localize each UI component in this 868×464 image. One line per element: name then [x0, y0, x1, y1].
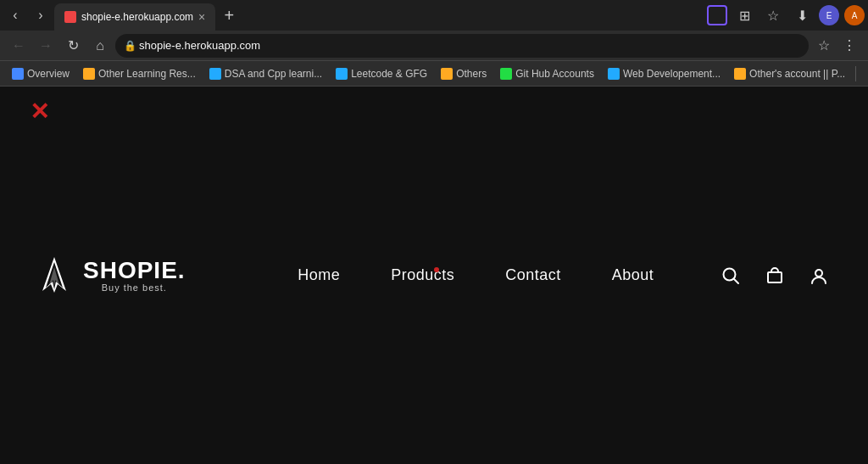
bookmark-other-lr-icon: [83, 68, 95, 80]
search-button[interactable]: [715, 260, 746, 291]
bookmark-webdev-icon: [608, 68, 620, 80]
tab-bar: ‹ › shopie-e.herokuapp.com × + ⊞ ☆ ⬇ E A: [0, 0, 868, 31]
cart-icon: [765, 266, 784, 285]
bookmark-others-label: Others: [456, 68, 487, 80]
svg-line-4: [734, 278, 739, 283]
close-icon: ✕: [30, 100, 49, 124]
tab-close-btn[interactable]: ×: [198, 10, 205, 24]
nav-contact-link[interactable]: Contact: [505, 266, 561, 284]
url-input[interactable]: [115, 34, 809, 58]
logo-svg-icon: [34, 255, 75, 296]
bookmark-star-btn[interactable]: ☆: [812, 34, 836, 58]
extensions-btn[interactable]: ⊞: [732, 3, 756, 27]
nav-home-link[interactable]: Home: [298, 266, 340, 284]
svg-point-6: [815, 270, 822, 277]
bookmark-others[interactable]: Others: [436, 66, 492, 81]
logo-title: SHOPIE.: [83, 259, 186, 282]
bookmark-others-icon: [441, 68, 453, 80]
nav-products-link[interactable]: Products: [391, 266, 454, 284]
home-button[interactable]: ⌂: [88, 34, 112, 58]
logo-area: SHOPIE. Buy the best.: [34, 255, 186, 296]
back-button[interactable]: ←: [7, 34, 31, 58]
bookmark-github-icon: [500, 68, 512, 80]
forward-button[interactable]: →: [34, 34, 58, 58]
bookmark-btn[interactable]: ☆: [761, 3, 785, 27]
page-content: ✕ SHOPIE. Buy the best. Home Products Co…: [0, 87, 868, 464]
active-tab[interactable]: shopie-e.herokuapp.com ×: [54, 3, 215, 31]
bookmark-leetcode[interactable]: Leetcode & GFG: [331, 66, 432, 81]
browser-chrome: ‹ › shopie-e.herokuapp.com × + ⊞ ☆ ⬇ E A…: [0, 0, 868, 87]
bookmark-overview-label: Overview: [27, 68, 70, 80]
url-bar-wrapper: 🔒: [115, 34, 809, 58]
bookmark-overview-icon: [12, 68, 24, 80]
bookmark-webdev[interactable]: Web Developement...: [603, 66, 726, 81]
bookmark-more[interactable]: Other bookmarks: [861, 61, 868, 87]
account-icon: [810, 266, 828, 285]
bookmark-dsa-label: DSA and Cpp learni...: [225, 68, 322, 80]
bookmark-overview[interactable]: Overview: [7, 66, 75, 81]
tab-title: shopie-e.herokuapp.com: [81, 11, 193, 23]
bookmark-others2[interactable]: Other's account || P...: [729, 66, 850, 81]
bookmarks-separator: [855, 66, 856, 81]
new-tab-btn[interactable]: +: [217, 3, 241, 27]
red-dot: [434, 267, 439, 272]
bookmark-dsa[interactable]: DSA and Cpp learni...: [204, 66, 327, 81]
tab-favicon: [64, 11, 76, 23]
address-bar: ← → ↻ ⌂ 🔒 ☆ ⋮: [0, 31, 868, 61]
bookmark-other-lr-label: Other Learning Res...: [98, 68, 196, 80]
nav-links: Home Products Contact About: [236, 266, 715, 284]
bookmark-others2-icon: [734, 68, 746, 80]
refresh-button[interactable]: ↻: [61, 34, 85, 58]
bookmark-github[interactable]: Git Hub Accounts: [495, 66, 599, 81]
bookmark-webdev-label: Web Developement...: [623, 68, 721, 80]
bookmark-dsa-icon: [209, 68, 221, 80]
bookmark-other-lr[interactable]: Other Learning Res...: [78, 66, 201, 81]
addr-right-buttons: ☆ ⋮: [812, 34, 861, 58]
navbar: SHOPIE. Buy the best. Home Products Cont…: [0, 255, 868, 296]
bookmark-leetcode-icon: [336, 68, 348, 80]
logo-text-area: SHOPIE. Buy the best.: [83, 259, 186, 293]
svg-rect-5: [768, 272, 782, 282]
bookmark-github-label: Git Hub Accounts: [515, 68, 594, 80]
logo-subtitle: Buy the best.: [83, 282, 186, 293]
account-button[interactable]: [804, 260, 834, 291]
tab-back-btn[interactable]: ‹: [3, 3, 27, 27]
nav-icons: [715, 260, 834, 291]
bookmarks-bar: Overview Other Learning Res... DSA and C…: [0, 61, 868, 87]
profile-icon[interactable]: A: [844, 5, 865, 25]
downloads-btn[interactable]: ⬇: [790, 3, 814, 27]
close-button[interactable]: ✕: [25, 98, 53, 126]
lock-icon: 🔒: [124, 40, 136, 52]
tab-forward-btn[interactable]: ›: [29, 3, 53, 27]
browser-ext-icon1[interactable]: [707, 5, 727, 25]
extension-icon[interactable]: E: [819, 5, 839, 25]
browser-menu-btn[interactable]: ⋮: [837, 34, 861, 58]
bookmark-leetcode-label: Leetcode & GFG: [351, 68, 427, 80]
search-icon: [721, 266, 740, 285]
cart-button[interactable]: [760, 260, 790, 291]
bookmark-others2-label: Other's account || P...: [749, 68, 845, 80]
nav-about-link[interactable]: About: [612, 266, 654, 284]
